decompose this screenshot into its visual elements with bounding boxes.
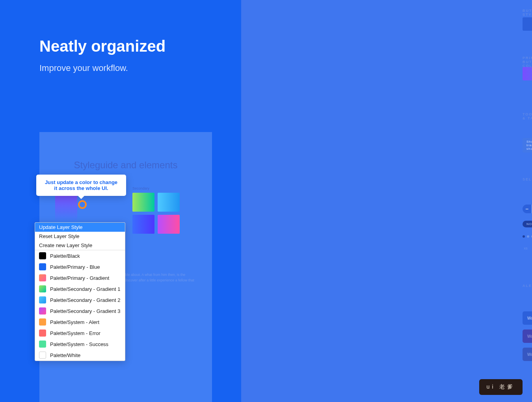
- palette-label: Palette/Secondary - Gradient 3: [50, 308, 121, 314]
- target-cursor-icon: [78, 200, 87, 209]
- palette-swatch: [39, 285, 46, 292]
- palette-swatch: [39, 352, 46, 359]
- hero-subtitle: Improve your workflow.: [39, 63, 128, 73]
- section-button-styles: BUTTON STYLES: [523, 9, 532, 17]
- section-primary-button-colors: PRIMARY BUTTON COLORS: [523, 56, 532, 68]
- palette-item[interactable]: Palette/System - Error: [35, 328, 125, 339]
- button-sample-solid[interactable]: BUTTON: [523, 17, 532, 31]
- palette-swatch: [39, 252, 46, 259]
- palette-label: Palette/System - Success: [50, 341, 108, 347]
- palette-item[interactable]: Palette/Black: [35, 250, 125, 261]
- section-tooltips-tags: TOOLTIPS & TAGS: [523, 112, 532, 120]
- button-color-gradient[interactable]: BUTTON: [523, 67, 532, 80]
- palette-label: Palette/Black: [50, 253, 80, 259]
- palette-swatch: [39, 263, 46, 270]
- palette-swatch: [39, 341, 46, 348]
- styleguide-title: Styleguide and elements: [55, 160, 196, 171]
- palette-item[interactable]: Palette/Secondary - Gradient 3: [35, 305, 125, 316]
- toggle-no[interactable]: NO: [523, 221, 532, 227]
- palette-label: Palette/Secondary - Gradient 1: [50, 286, 121, 292]
- palette-item[interactable]: Palette/Secondary - Gradient 2: [35, 294, 125, 305]
- palette-swatch: [39, 274, 46, 281]
- palette-label: Palette/System - Error: [50, 330, 100, 336]
- secondary-swatch-4[interactable]: [158, 215, 180, 234]
- hero-title: Neatly organized: [39, 37, 166, 55]
- alert-text: Wow! Looks like something just happened.: [527, 316, 532, 320]
- stepper-minus[interactable]: −: [523, 205, 531, 213]
- size-selector[interactable]: XS S M L XL: [523, 245, 532, 251]
- layer-style-context-menu: Update Layer Style Reset Layer Style Cre…: [35, 222, 125, 361]
- menu-reset-layer-style[interactable]: Reset Layer Style: [35, 232, 125, 241]
- secondary-label: Secondary: [132, 186, 149, 190]
- tooltip-styleguide: Just update a color to change it across …: [36, 175, 126, 196]
- palette-swatch: [39, 318, 46, 326]
- section-alerts: ALERTS: [523, 284, 532, 288]
- palette-item[interactable]: Palette/System - Alert: [35, 316, 125, 328]
- stepper[interactable]: − 3 +: [523, 205, 532, 213]
- alert-error[interactable]: Wow! Looks like something just happened.…: [523, 329, 532, 343]
- watermark: ui 老爹: [479, 379, 523, 395]
- alert-info[interactable]: Wow! Looks like something just happened.…: [523, 311, 532, 325]
- palette-swatch: [39, 307, 46, 315]
- alert-success[interactable]: Wow! Looks like something just happened.…: [523, 348, 532, 361]
- palette-swatch: [39, 296, 46, 303]
- palette-label: Palette/Primary - Gradient: [50, 275, 109, 281]
- palette-label: Palette/Primary - Blue: [50, 264, 100, 270]
- palette-item[interactable]: Palette/Secondary - Gradient 1: [35, 283, 125, 294]
- menu-create-layer-style[interactable]: Create new Layer Style: [35, 241, 125, 250]
- tag-sample-1[interactable]: Shop black shoes: [523, 138, 532, 153]
- secondary-swatch-2[interactable]: [158, 193, 180, 212]
- palette-swatch: [39, 329, 46, 337]
- palette-label: Palette/System - Alert: [50, 319, 99, 325]
- section-selectors: SELECTORS: [523, 177, 532, 181]
- alert-text: Wow! Looks like something just happened.: [527, 352, 532, 357]
- size-xs[interactable]: XS: [523, 245, 529, 251]
- pagination-dots-1[interactable]: [523, 235, 532, 238]
- secondary-swatch-3[interactable]: [132, 215, 154, 234]
- alert-text: Wow! Looks like something just happened.: [527, 334, 532, 339]
- palette-item[interactable]: Palette/System - Success: [35, 339, 125, 350]
- palette-item[interactable]: Palette/Primary - Gradient: [35, 272, 125, 283]
- palette-label: Palette/Secondary - Gradient 2: [50, 297, 121, 303]
- palette-label: Palette/White: [50, 352, 80, 358]
- toggle[interactable]: NO YES: [523, 221, 532, 227]
- menu-update-layer-style[interactable]: Update Layer Style: [35, 223, 125, 232]
- palette-item[interactable]: Palette/White: [35, 350, 125, 361]
- palette-item[interactable]: Palette/Primary - Blue: [35, 261, 125, 272]
- secondary-swatch-1[interactable]: [132, 193, 154, 212]
